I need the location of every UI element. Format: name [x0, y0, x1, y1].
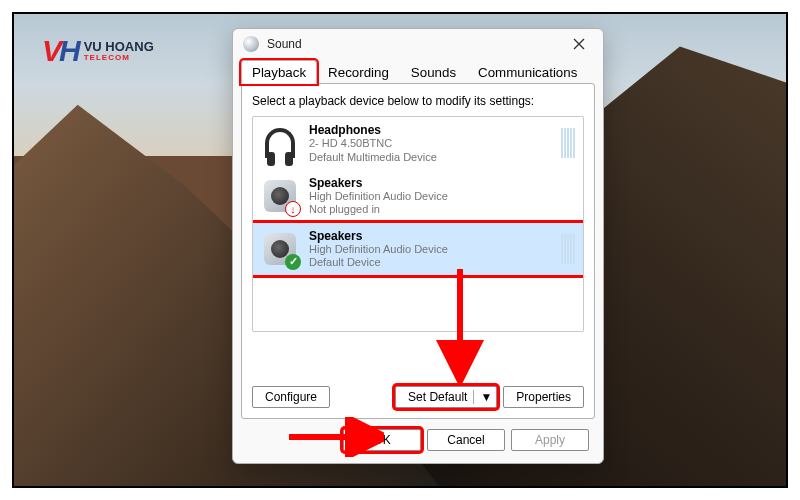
sound-dialog: Sound Playback Recording Sounds Communic… — [232, 28, 604, 464]
unplugged-badge-icon: ↓ — [285, 201, 301, 217]
speaker-icon: ↓ — [261, 177, 299, 215]
device-sub2: Default Device — [309, 256, 561, 269]
level-meter — [561, 234, 575, 264]
close-button[interactable] — [565, 34, 593, 54]
device-sub2: Default Multimedia Device — [309, 151, 561, 164]
tab-recording[interactable]: Recording — [317, 60, 400, 84]
logo-subtext: TELECOM — [84, 53, 154, 62]
logo-mark: VH — [42, 34, 78, 68]
device-item-speakers-default[interactable]: ✓ Speakers High Definition Audio Device … — [253, 223, 583, 276]
set-default-label: Set Default — [408, 390, 467, 404]
device-name: Speakers — [309, 229, 561, 243]
apply-button[interactable]: Apply — [511, 429, 589, 451]
device-name: Headphones — [309, 123, 561, 137]
dialog-footer: OK Cancel Apply — [233, 419, 603, 463]
speaker-icon: ✓ — [261, 230, 299, 268]
sound-icon — [243, 36, 259, 52]
device-list[interactable]: Headphones 2- HD 4.50BTNC Default Multim… — [252, 116, 584, 332]
default-check-icon: ✓ — [285, 254, 301, 270]
device-item-headphones[interactable]: Headphones 2- HD 4.50BTNC Default Multim… — [253, 117, 583, 170]
instruction-text: Select a playback device below to modify… — [252, 94, 584, 108]
headphones-icon — [261, 124, 299, 162]
tab-communications[interactable]: Communications — [467, 60, 588, 84]
device-sub: High Definition Audio Device — [309, 243, 561, 256]
chevron-down-icon[interactable]: ▼ — [473, 390, 492, 404]
device-sub2: Not plugged in — [309, 203, 575, 216]
tab-bar: Playback Recording Sounds Communications — [233, 59, 603, 83]
properties-button[interactable]: Properties — [503, 386, 584, 408]
screenshot-frame: VH VU HOANG TELECOM Sound Playback Recor… — [12, 12, 788, 488]
device-sub: 2- HD 4.50BTNC — [309, 137, 561, 150]
tab-playback[interactable]: Playback — [241, 60, 317, 84]
ok-button[interactable]: OK — [343, 429, 421, 451]
device-sub: High Definition Audio Device — [309, 190, 575, 203]
panel-button-row: Configure Set Default ▼ Properties — [252, 374, 584, 408]
close-icon — [573, 38, 585, 50]
tab-sounds[interactable]: Sounds — [400, 60, 467, 84]
level-meter — [561, 128, 575, 158]
playback-panel: Select a playback device below to modify… — [241, 83, 595, 419]
titlebar[interactable]: Sound — [233, 29, 603, 59]
device-item-speakers-unplugged[interactable]: ↓ Speakers High Definition Audio Device … — [253, 170, 583, 223]
device-name: Speakers — [309, 176, 575, 190]
cancel-button[interactable]: Cancel — [427, 429, 505, 451]
configure-button[interactable]: Configure — [252, 386, 330, 408]
logo-text: VU HOANG — [84, 40, 154, 53]
vuhoang-logo: VH VU HOANG TELECOM — [42, 34, 154, 68]
set-default-button[interactable]: Set Default ▼ — [395, 386, 497, 408]
dialog-title: Sound — [267, 37, 302, 51]
